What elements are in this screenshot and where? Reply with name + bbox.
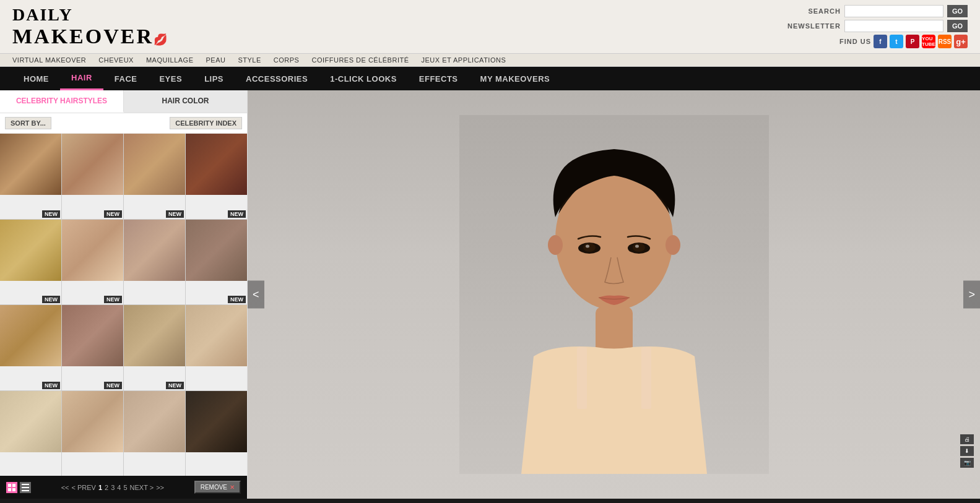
preview-right-arrow[interactable]: >	[963, 281, 980, 309]
preview-left-arrow[interactable]: <	[248, 281, 264, 309]
remove-area: REMOVE ✕	[194, 481, 241, 494]
top-nav-item-virtual[interactable]: VIRTUAL MAKEOVER	[12, 56, 86, 64]
list-item[interactable]: NEW	[186, 220, 247, 305]
newsletter-input[interactable]	[844, 20, 943, 32]
double-next-arrow[interactable]: >>	[156, 484, 164, 491]
top-nav-item-coiffures[interactable]: COIFFURES DE CÉLÉBRITÉ	[311, 56, 409, 64]
svg-rect-9	[577, 347, 587, 409]
page-3[interactable]: 3	[111, 484, 115, 491]
lips-icon: 💋	[154, 33, 169, 46]
rss-icon[interactable]: RSS	[938, 35, 952, 48]
nav-hair[interactable]: HAIR	[60, 67, 103, 90]
svg-rect-2	[8, 488, 11, 491]
header-right: SEARCH GO NEWSLETTER GO FIND US f t P YO…	[787, 5, 968, 48]
tab-hair-color[interactable]: HAIR COLOR	[124, 90, 247, 113]
sub-tabs: CELEBRITY HAIRSTYLES HAIR COLOR	[0, 90, 247, 113]
main-navigation: HOME HAIR FACE EYES LIPS ACCESSORIES 1-C…	[0, 67, 980, 90]
left-panel: CELEBRITY HAIRSTYLES HAIR COLOR SORT BY.…	[0, 90, 248, 499]
nav-accessories[interactable]: ACCESSORIES	[235, 67, 319, 90]
list-item[interactable]	[124, 220, 185, 305]
list-item[interactable]	[186, 391, 247, 476]
list-item[interactable]	[0, 391, 61, 476]
search-go-button[interactable]: GO	[947, 5, 968, 17]
svg-point-17	[633, 243, 645, 252]
list-item[interactable]: NEW	[0, 134, 61, 219]
list-item[interactable]	[124, 391, 185, 476]
search-label: SEARCH	[808, 7, 840, 15]
nav-1click[interactable]: 1-CLICK LOOKS	[319, 67, 408, 90]
svg-point-16	[583, 243, 596, 252]
model-figure	[459, 115, 769, 474]
bottom-toolbar: MIX IT UP ZOOM − + BEFORE/AFTER RETRACE …	[0, 499, 980, 503]
list-item[interactable]: NEW	[62, 220, 123, 305]
list-item[interactable]: NEW	[124, 305, 185, 390]
top-nav-item-peau[interactable]: PEAU	[206, 56, 225, 64]
content-area: CELEBRITY HAIRSTYLES HAIR COLOR SORT BY.…	[0, 90, 980, 499]
twitter-icon[interactable]: t	[890, 35, 903, 48]
search-row: SEARCH GO	[808, 5, 968, 17]
list-item[interactable]: NEW	[62, 305, 123, 390]
controls-bar: SORT BY... CELEBRITY INDEX	[0, 113, 247, 134]
list-item[interactable]	[62, 391, 123, 476]
site-logo: DAILY MAKEOVER💋	[12, 6, 169, 48]
logo-line1: DAILY	[12, 6, 169, 25]
svg-point-19	[635, 245, 639, 248]
newsletter-label: NEWSLETTER	[787, 22, 841, 30]
svg-rect-6	[22, 490, 29, 491]
pagination: << < PREV 1 2 3 4 5 NEXT > >>	[61, 484, 164, 491]
list-item[interactable]: NEW	[0, 220, 61, 305]
svg-rect-3	[12, 488, 15, 491]
find-us-label: FIND US	[839, 38, 871, 45]
celebrity-index-button[interactable]: CELEBRITY INDEX	[170, 117, 242, 129]
youtube-icon[interactable]: YOUTUBE	[922, 35, 935, 48]
svg-rect-1	[12, 484, 15, 487]
top-nav-item-corps[interactable]: CORPS	[274, 56, 300, 64]
facebook-icon[interactable]: f	[874, 35, 887, 48]
header: DAILY MAKEOVER💋 SEARCH GO NEWSLETTER GO …	[0, 0, 980, 53]
list-item[interactable]: NEW	[0, 305, 61, 390]
remove-button[interactable]: REMOVE ✕	[194, 481, 241, 494]
list-item[interactable]	[186, 305, 247, 390]
tab-celebrity-hairstyles[interactable]: CELEBRITY HAIRSTYLES	[0, 90, 124, 113]
list-item[interactable]: NEW	[124, 134, 185, 219]
page-1[interactable]: 1	[98, 484, 102, 491]
logo-line2: MAKEOVER💋	[12, 25, 169, 48]
svg-rect-10	[641, 347, 651, 409]
top-nav-item-maquillage[interactable]: MAQUILLAGE	[146, 56, 194, 64]
remove-x-icon: ✕	[230, 484, 235, 491]
top-navigation: VIRTUAL MAKEOVER CHEVEUX MAQUILLAGE PEAU…	[0, 53, 980, 67]
list-view-icon[interactable]	[20, 482, 31, 493]
list-item[interactable]: NEW	[62, 134, 123, 219]
list-item[interactable]: NEW	[186, 134, 247, 219]
svg-point-18	[586, 245, 589, 248]
page-2[interactable]: 2	[105, 484, 108, 491]
svg-rect-4	[22, 484, 29, 485]
sort-by-button[interactable]: SORT BY...	[5, 117, 51, 129]
nav-face[interactable]: FACE	[103, 67, 149, 90]
nav-effects[interactable]: EFFECTS	[408, 67, 469, 90]
thumbnails-grid: NEW NEW NEW NEW NEW NEW	[0, 134, 247, 476]
nav-mymakeovers[interactable]: MY MAKEOVERS	[469, 67, 562, 90]
newsletter-go-button[interactable]: GO	[947, 20, 968, 32]
top-nav-item-cheveux[interactable]: CHEVEUX	[98, 56, 134, 64]
search-input[interactable]	[844, 5, 943, 17]
nav-home[interactable]: HOME	[12, 67, 60, 90]
top-nav-item-jeux[interactable]: JEUX ET APPLICATIONS	[422, 56, 506, 64]
page-4[interactable]: 4	[117, 484, 121, 491]
top-nav-item-style[interactable]: STYLE	[238, 56, 261, 64]
double-prev-arrow[interactable]: <<	[61, 484, 69, 491]
pinterest-icon[interactable]: P	[906, 35, 919, 48]
svg-rect-5	[22, 487, 29, 488]
svg-rect-0	[8, 484, 11, 487]
googleplus-icon[interactable]: g+	[954, 35, 968, 48]
view-toggle	[6, 482, 31, 493]
nav-lips[interactable]: LIPS	[193, 67, 235, 90]
preview-area: WHAT I'M WEARING + SHARE THIS LOOK < >	[248, 90, 980, 499]
next-arrow[interactable]: NEXT >	[130, 484, 154, 491]
svg-point-13	[666, 235, 680, 255]
grid-view-icon[interactable]	[6, 482, 17, 493]
prev-arrow[interactable]: < PREV	[71, 484, 95, 491]
pagination-bar: << < PREV 1 2 3 4 5 NEXT > >> REMOVE ✕	[0, 476, 247, 499]
page-5[interactable]: 5	[123, 484, 127, 491]
nav-eyes[interactable]: EYES	[148, 67, 193, 90]
